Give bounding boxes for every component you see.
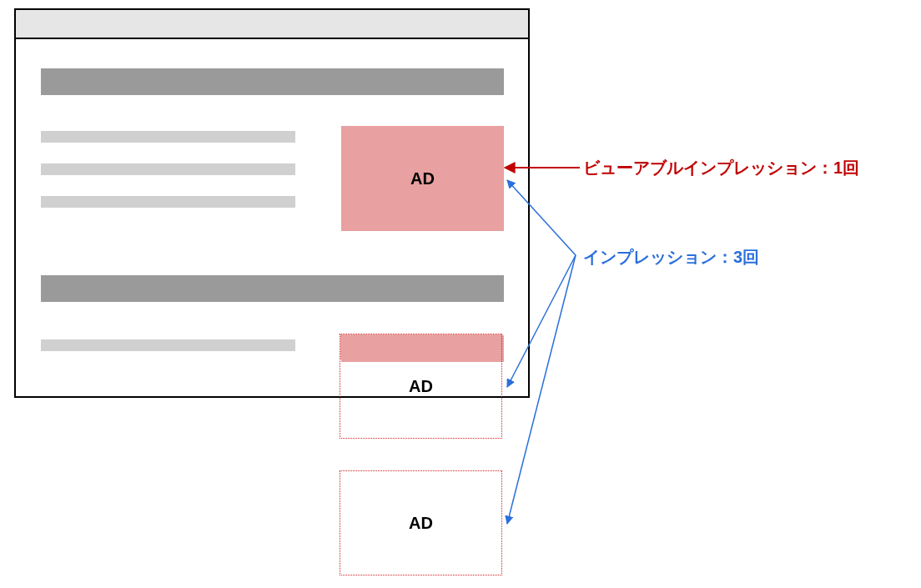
- text-line: [41, 196, 295, 208]
- heading-bar-2: [41, 275, 504, 302]
- text-line: [41, 131, 295, 143]
- text-line: [41, 339, 295, 351]
- ad-label: AD: [410, 169, 435, 188]
- diagram-canvas: AD AD AD ビューアブルインプレッション：1回 インプレッション：3回: [0, 0, 921, 588]
- heading-bar-1: [41, 68, 504, 95]
- impression-label: インプレッション：3回: [583, 246, 759, 269]
- text-line: [41, 163, 295, 175]
- ad-label: AD: [409, 514, 433, 533]
- browser-tabbar: [16, 10, 528, 39]
- ad-slot-1: AD: [341, 126, 504, 231]
- viewable-impression-label: ビューアブルインプレッション：1回: [583, 157, 859, 179]
- ad-label: AD: [409, 377, 433, 396]
- ad-slot-3: AD: [340, 470, 502, 575]
- ad-slot-2-fill-overlay: [340, 334, 501, 359]
